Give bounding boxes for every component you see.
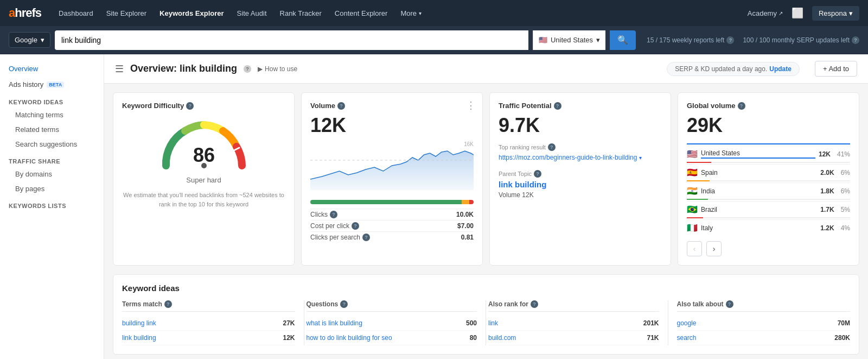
logo[interactable]: ahrefs xyxy=(9,6,41,20)
it-bar xyxy=(687,217,703,218)
top-navigation: ahrefs Dashboard Site Explorer Keywords … xyxy=(0,0,868,26)
volume-value: 12K xyxy=(310,114,474,137)
es-bar-container xyxy=(687,162,850,163)
volume-chart: 16K xyxy=(310,141,474,196)
clicks-bar xyxy=(310,200,474,204)
menu-icon[interactable]: ☰ xyxy=(115,63,124,75)
nav-keywords-explorer[interactable]: Keywords Explorer xyxy=(153,0,231,26)
traffic-potential-card: Traffic Potential ? 9.7K Top ranking res… xyxy=(489,92,671,266)
also-talk-info-icon[interactable]: ? xyxy=(726,300,733,308)
terms-match-link-0[interactable]: building link xyxy=(122,319,156,327)
sidebar-item-overview[interactable]: Overview xyxy=(0,61,104,77)
terms-match-count-0: 27K xyxy=(283,319,295,327)
clicks-bar-orange xyxy=(462,200,469,204)
volume-info-icon[interactable]: ? xyxy=(337,102,345,110)
cps-value: 0.81 xyxy=(461,234,474,241)
parent-topic-label: Parent Topic ? xyxy=(499,170,662,178)
parent-topic-info-icon[interactable]: ? xyxy=(534,170,541,178)
kd-label: Super hard xyxy=(122,176,285,184)
overview-info-icon[interactable]: ? xyxy=(244,65,251,73)
nav-academy[interactable]: Academy ↗ xyxy=(748,9,783,17)
nav-rank-tracker[interactable]: Rank Tracker xyxy=(273,0,328,26)
kd-gauge: 86 xyxy=(122,114,285,174)
terms-match-info-icon[interactable]: ? xyxy=(164,300,172,308)
br-bar-container xyxy=(687,199,850,200)
prev-country-button[interactable]: ‹ xyxy=(687,241,702,256)
global-volume-info-icon[interactable]: ? xyxy=(738,102,745,110)
it-flag: 🇮🇹 xyxy=(687,223,698,233)
engine-select[interactable]: Google ▾ xyxy=(9,32,50,48)
also-rank-link-0[interactable]: link xyxy=(488,319,498,327)
sidebar-item-by-pages[interactable]: By pages xyxy=(0,181,104,196)
how-to-use-button[interactable]: ▶ How to use xyxy=(258,65,297,73)
cpc-info-icon[interactable]: ? xyxy=(352,222,359,230)
questions-link-0[interactable]: what is link building xyxy=(307,319,362,327)
top-ranking-url[interactable]: https://moz.com/beginners-guide-to-link-… xyxy=(499,154,642,161)
es-pct: 6% xyxy=(841,169,850,177)
search-button[interactable]: 🔍 xyxy=(610,30,636,50)
user-menu-button[interactable]: Respona ▾ xyxy=(812,6,859,21)
also-rank-col: Also rank for ? link 201K build.com 71K xyxy=(486,300,668,345)
volume-card-menu[interactable]: ⋮ xyxy=(466,99,476,111)
parent-topic-link[interactable]: link building xyxy=(499,180,546,189)
sidebar-item-matching-terms[interactable]: Matching terms xyxy=(0,108,104,122)
keyword-search-input[interactable] xyxy=(55,30,528,50)
clicks-bar-green xyxy=(310,200,462,204)
it-bar-container xyxy=(687,217,850,218)
overview-header: ☰ Overview: link building ? ▶ How to use… xyxy=(104,54,868,84)
nav-right: Academy ↗ ⬜ Respona ▾ xyxy=(748,6,859,21)
also-rank-link-1[interactable]: build.com xyxy=(488,334,516,342)
sidebar-item-search-suggestions[interactable]: Search suggestions xyxy=(0,137,104,152)
also-rank-info-icon[interactable]: ? xyxy=(531,300,538,308)
nav-more[interactable]: More ▾ xyxy=(394,0,428,26)
top-ranking-label: Top ranking result ? xyxy=(499,143,662,151)
monitor-icon[interactable]: ⬜ xyxy=(792,7,803,19)
nav-content-explorer[interactable]: Content Explorer xyxy=(328,0,394,26)
in-volume: 1.8K xyxy=(820,187,834,195)
br-volume: 1.7K xyxy=(820,206,834,213)
sidebar: Overview Ads history BETA Keyword ideas … xyxy=(0,54,104,359)
kd-card-title: Keyword Difficulty ? xyxy=(122,102,285,110)
br-pct: 5% xyxy=(841,206,850,213)
top-ranking-info-icon[interactable]: ? xyxy=(548,143,556,151)
keyword-ideas-section: Keyword ideas Terms match ? building lin… xyxy=(113,274,859,355)
clicks-info-icon[interactable]: ? xyxy=(330,211,337,218)
update-link[interactable]: Update xyxy=(769,65,792,73)
sidebar-item-ads-history[interactable]: Ads history BETA xyxy=(0,77,104,92)
nav-dashboard[interactable]: Dashboard xyxy=(52,0,100,26)
terms-match-header: Terms match ? xyxy=(122,300,295,312)
traffic-potential-title: Traffic Potential ? xyxy=(499,102,662,110)
sidebar-item-related-terms[interactable]: Related terms xyxy=(0,122,104,137)
global-volume-value: 29K xyxy=(687,114,850,137)
kd-info-icon[interactable]: ? xyxy=(186,102,194,110)
br-name: Brazil xyxy=(701,206,817,213)
page-title: Overview: link building xyxy=(130,63,237,74)
terms-match-row-1: link building 12K xyxy=(122,331,295,345)
country-row-us[interactable]: 🇺🇸 United States 12K 41% xyxy=(687,146,850,162)
cps-info-icon[interactable]: ? xyxy=(362,234,370,241)
country-select[interactable]: 🇺🇸 United States ▾ xyxy=(533,30,605,50)
reports-info-icon[interactable]: ? xyxy=(726,36,734,44)
country-row-br[interactable]: 🇧🇷 Brazil 1.7K 5% xyxy=(687,201,850,217)
country-row-in[interactable]: 🇮🇳 India 1.8K 6% xyxy=(687,182,850,199)
questions-info-icon[interactable]: ? xyxy=(340,300,348,308)
traffic-potential-value: 9.7K xyxy=(499,114,662,137)
nav-site-explorer[interactable]: Site Explorer xyxy=(100,0,153,26)
terms-match-link-1[interactable]: link building xyxy=(122,334,156,342)
nav-links: Dashboard Site Explorer Keywords Explore… xyxy=(52,0,748,26)
monthly-info-icon[interactable]: ? xyxy=(852,36,859,44)
sidebar-item-by-domains[interactable]: By domains xyxy=(0,167,104,181)
nav-site-audit[interactable]: Site Audit xyxy=(231,0,273,26)
also-talk-link-1[interactable]: search xyxy=(677,334,697,342)
cpc-value: $7.00 xyxy=(457,222,474,230)
traffic-info-icon[interactable]: ? xyxy=(554,102,561,110)
keyword-ideas-title: Keyword ideas xyxy=(122,284,850,293)
questions-link-1[interactable]: how to do link building for seo xyxy=(307,334,392,342)
also-rank-count-0: 201K xyxy=(643,319,659,327)
also-talk-link-0[interactable]: google xyxy=(677,319,697,327)
country-row-es[interactable]: 🇪🇸 Spain 2.0K 6% xyxy=(687,164,850,180)
add-to-button[interactable]: + Add to xyxy=(815,61,857,77)
next-country-button[interactable]: › xyxy=(706,241,722,256)
country-row-it[interactable]: 🇮🇹 Italy 1.2K 4% xyxy=(687,219,850,236)
keyword-ideas-grid: Terms match ? building link 27K link bui… xyxy=(122,300,850,345)
